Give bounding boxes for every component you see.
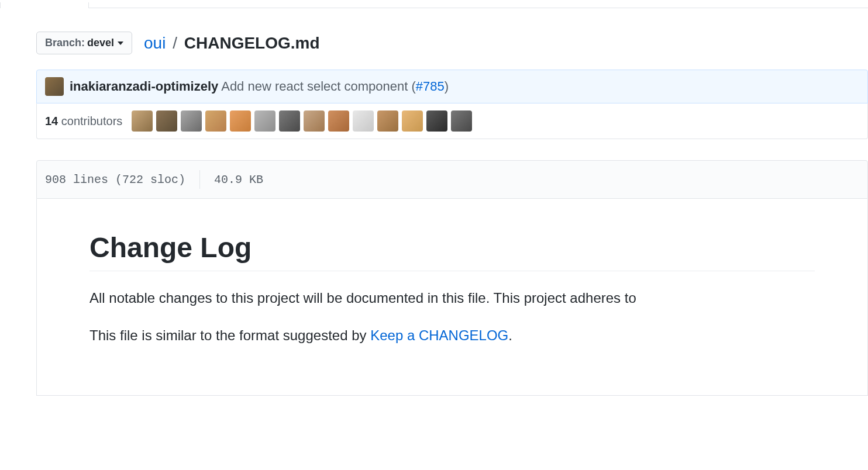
contributor-avatar[interactable] [254, 110, 275, 132]
contributor-avatar[interactable] [132, 110, 153, 132]
divider [199, 170, 200, 189]
contributors-number: 14 [45, 115, 58, 127]
contributor-avatar[interactable] [181, 110, 202, 132]
readme-paragraph-1: All notable changes to this project will… [89, 288, 815, 309]
file-info-header: 908 lines (722 sloc) 40.9 KB [36, 160, 868, 199]
contributor-avatar[interactable] [426, 110, 447, 132]
keep-changelog-link[interactable]: Keep a CHANGELOG [370, 327, 508, 343]
commit-author-avatar[interactable] [45, 77, 64, 96]
commit-message-close: ) [445, 79, 449, 94]
commit-author-link[interactable]: inakiaranzadi-optimizely [70, 79, 218, 94]
contributor-avatar[interactable] [156, 110, 177, 132]
contributors-count[interactable]: 14 contributors [45, 115, 122, 128]
contributor-avatar[interactable] [402, 110, 423, 132]
contributor-avatar[interactable] [279, 110, 300, 132]
readme-title: Change Log [89, 231, 815, 271]
active-tab-indicator [0, 2, 89, 8]
contributor-avatar-list [132, 110, 472, 132]
branch-select-button[interactable]: Branch: devel [36, 32, 132, 54]
contributor-avatar[interactable] [205, 110, 226, 132]
commit-message: Add new react select component ( [221, 79, 416, 94]
contributor-avatar[interactable] [328, 110, 349, 132]
branch-name: devel [87, 37, 114, 49]
contributor-avatar[interactable] [230, 110, 251, 132]
file-lines-count: 908 lines (722 sloc) [45, 173, 185, 186]
breadcrumb-filename: CHANGELOG.md [184, 34, 320, 52]
readme-paragraph-2: This file is similar to the format sugge… [89, 325, 815, 346]
file-navigation: Branch: devel oui / CHANGELOG.md [36, 32, 868, 54]
contributor-avatar[interactable] [353, 110, 374, 132]
readme-p2-prefix: This file is similar to the format sugge… [89, 327, 370, 343]
commit-pr-link[interactable]: #785 [416, 79, 445, 94]
file-size: 40.9 KB [214, 173, 263, 186]
contributor-avatar[interactable] [304, 110, 325, 132]
contributors-label: contributors [61, 115, 123, 127]
readme-p2-suffix: . [508, 327, 512, 343]
contributor-avatar[interactable] [377, 110, 398, 132]
breadcrumb-repo-link[interactable]: oui [144, 34, 166, 52]
file-content: Change Log All notable changes to this p… [36, 199, 868, 396]
latest-commit-box: inakiaranzadi-optimizely Add new react s… [36, 70, 868, 103]
breadcrumb-separator: / [173, 34, 177, 52]
tab-bar [0, 6, 868, 8]
contributors-box: 14 contributors [36, 103, 868, 139]
breadcrumb: oui / CHANGELOG.md [144, 34, 320, 53]
contributor-avatar[interactable] [451, 110, 472, 132]
caret-down-icon [118, 42, 123, 45]
branch-label: Branch: [45, 37, 85, 49]
